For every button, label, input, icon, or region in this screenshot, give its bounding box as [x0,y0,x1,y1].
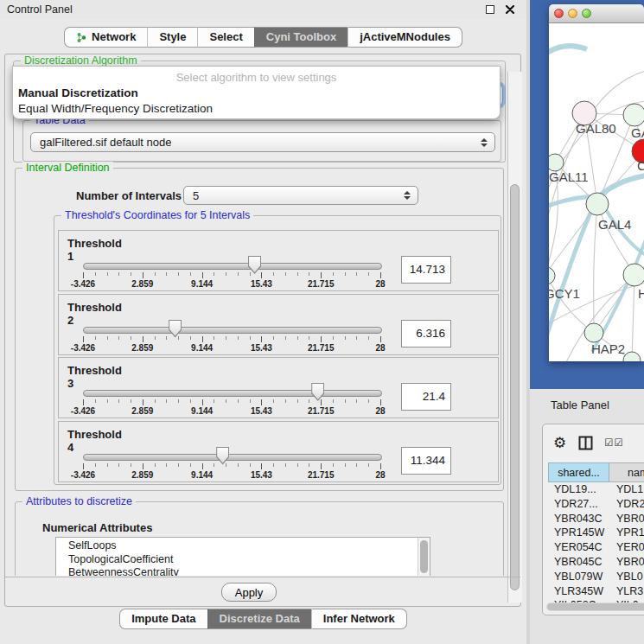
slider-track[interactable] [83,390,382,397]
threshold-value-field[interactable]: 6.316 [401,320,451,348]
column-header-name[interactable]: name [609,462,644,482]
table-cell: YDR27... [548,497,609,512]
slider-tick-labels: -3.4262.8599.14415.4321.71528 [83,343,380,354]
thresholds-group-label: Threshold's Coordinates for 5 Intervals [61,209,253,221]
tab-jactivemnodules[interactable]: jActiveMNodules [348,27,462,48]
table-row[interactable]: YDL19...YDL1 [548,482,644,497]
table-horizontal-scrollbar[interactable] [546,603,644,611]
threshold-value-field[interactable]: 21.4 [401,383,451,411]
control-panel-tabbar: NetworkStyleSelectCyni ToolboxjActiveMNo… [0,27,526,48]
tab-style[interactable]: Style [147,27,197,48]
threshold-1-box: Threshold 1-3.4262.8599.14415.4321.71528… [58,230,499,291]
network-canvas[interactable]: GAL80GACGAL11GAL4GCY1HHAP2 [549,23,644,361]
tab-select[interactable]: Select [197,27,253,48]
tab-label: Cyni Toolbox [266,28,336,47]
table-row[interactable]: YPR145WYPR1 [548,526,644,540]
attribute-item-topologicalcoefficient[interactable]: TopologicalCoefficient [56,553,430,567]
network-node-gcy1[interactable] [549,267,555,284]
table-row[interactable]: YBL079WYBL0 [548,570,644,584]
network-node-gal4[interactable] [586,193,609,215]
table-panel-title: Table Panel [551,389,609,420]
combo-stepper-icon [404,191,411,200]
table-data-value: galFiltered.sif default node [40,136,171,149]
attribute-item-selfloops[interactable]: SelfLoops [56,539,430,553]
table-panel-toolbar: ⚙ ☑☑ [543,424,644,461]
node-label-gal4: GAL4 [598,217,631,232]
tab-label: jActiveMNodules [360,28,450,47]
apply-button[interactable]: Apply [221,583,277,602]
node-label-gcy1: GCY1 [549,286,580,301]
table-cell: YBR045C [548,555,609,570]
numerical-attributes-list[interactable]: SelfLoopsTopologicalCoefficientBetweenne… [55,537,430,576]
table-cell: YBR0 [609,555,644,570]
threshold-value-field[interactable]: 11.344 [401,447,451,475]
node-attribute-table[interactable]: shared...name YDL19...YDL1YDR27...YDR2YB… [548,462,644,604]
network-node-ga[interactable] [623,104,644,126]
tab-discretize-data[interactable]: Discretize Data [207,609,311,629]
network-node[interactable] [623,352,641,361]
slider-track[interactable] [83,454,382,461]
desktop-background: GAL80GACGAL11GAL4GCY1HHAP2 Table Panel ⚙… [530,0,644,644]
tab-label: Impute Data [131,609,195,628]
threshold-4-box: Threshold 4-3.4262.8599.14415.4321.71528… [58,421,499,482]
threshold-label: Threshold 4 [67,428,77,437]
table-data-combo[interactable]: galFiltered.sif default node [30,132,495,152]
node-label-ga: GA [631,125,644,140]
table-row[interactable]: YBR045CYBR0 [548,555,644,570]
table-cell: YER054C [548,540,609,555]
table-cell: YPR145W [548,526,609,540]
table-cell: YPR1 [609,526,644,540]
number-of-intervals-value: 5 [193,189,199,202]
number-of-intervals-combo[interactable]: 5 [183,186,418,205]
control-panel-scrollbar[interactable] [507,72,522,603]
tab-cyni-toolbox[interactable]: Cyni Toolbox [254,27,348,48]
columns-icon[interactable] [578,436,593,450]
network-node-gal11[interactable] [549,154,564,171]
slider-ticks [83,399,380,406]
threshold-3-box: Threshold 3-3.4262.8599.14415.4321.71528… [58,357,499,418]
table-cell: YBR0 [609,512,644,526]
number-of-intervals-label: Number of Intervals [76,189,182,202]
network-node-h[interactable] [623,264,644,286]
float-window-icon[interactable] [486,5,494,14]
table-row[interactable]: YER054CYER0 [548,540,644,555]
slider-track[interactable] [83,263,382,270]
algorithm-option-equal-width-frequency-discretization[interactable]: Equal Width/Frequency Discretization [18,102,213,115]
tab-impute-data[interactable]: Impute Data [119,609,207,629]
table-cell: YBR043C [548,512,609,526]
tab-infer-network[interactable]: Infer Network [311,609,407,629]
tab-network[interactable]: Network [64,27,147,48]
attributes-group-label: Attributes to discretize [22,495,136,507]
slider-ticks [83,271,380,279]
attributes-group: Attributes to discretize Numerical Attri… [15,501,504,576]
thresholds-group: Threshold's Coordinates for 5 Intervals … [54,215,501,485]
algorithm-option-manual-discretization[interactable]: Manual Discretization [18,86,138,99]
close-traffic-light-icon[interactable] [554,9,564,18]
algorithm-popup-hint: Select algorithm to view settings [13,71,500,84]
slider-ticks [83,335,380,343]
node-label-c: C [637,158,644,173]
table-cell: YDR2 [609,497,644,512]
cyni-scroll-viewport: Discretization Algorithm Table Data galF… [6,55,507,576]
close-panel-icon[interactable] [506,5,514,14]
network-node-hap2[interactable] [584,323,603,342]
minimize-traffic-light-icon[interactable] [568,9,577,18]
table-cell: YBL0 [609,570,644,584]
zoom-traffic-light-icon[interactable] [582,9,591,18]
select-checkboxes-icon[interactable]: ☑☑ [604,437,624,449]
list-scrollbar[interactable] [418,538,430,576]
node-label-gal11: GAL11 [549,169,589,184]
tab-label: Infer Network [323,609,395,628]
table-row[interactable]: YDR27...YDR2 [548,497,644,512]
gear-icon[interactable]: ⚙ [553,434,566,452]
tab-label: Style [159,28,186,47]
slider-tick-labels: -3.4262.8599.14415.4321.71528 [83,470,380,481]
attribute-item-betweennesscentrality[interactable]: BetweennessCentrality [56,566,430,576]
table-row[interactable]: YLR345WYLR3 [548,584,644,599]
slider-track[interactable] [83,327,382,334]
threshold-value-field[interactable]: 14.713 [401,256,451,284]
network-window-titlebar[interactable] [549,4,644,23]
column-header-shared[interactable]: shared... [548,462,609,482]
control-panel-titlebar: Control Panel [0,0,526,19]
table-row[interactable]: YBR043CYBR0 [548,512,644,526]
